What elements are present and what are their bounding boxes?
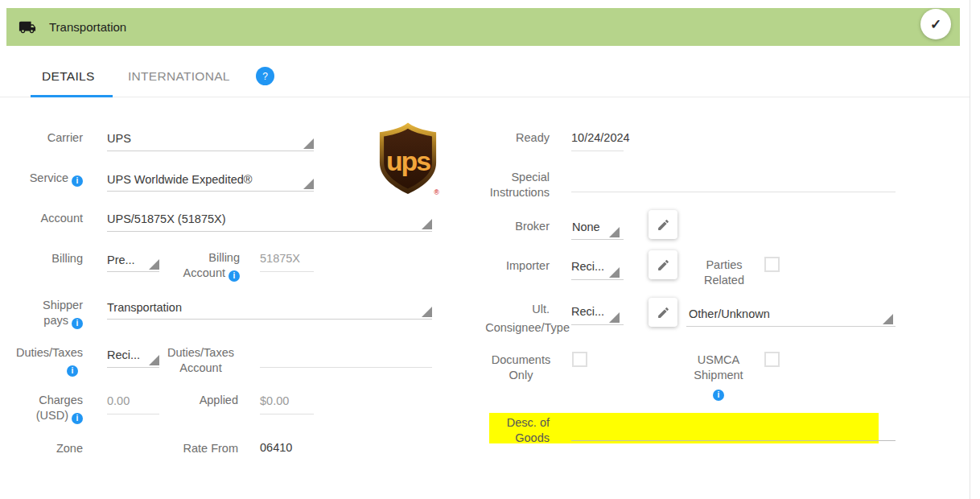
transportation-header-bar: Transportation	[6, 8, 960, 46]
usmca-info-icon[interactable]	[713, 390, 724, 401]
dropdown-arrow-icon	[609, 267, 620, 278]
shipper-pays-info-icon[interactable]	[72, 318, 83, 329]
parties-related-label: Parties Related	[690, 258, 758, 288]
zone-label: Zone	[0, 441, 83, 456]
rate-from-value: 06410	[260, 441, 292, 454]
importer-select[interactable]: Reci...	[571, 260, 604, 273]
confirm-check-button[interactable]: ✓	[920, 9, 951, 39]
consignee-type-select[interactable]: Other/Unknown	[689, 307, 770, 320]
importer-edit-button[interactable]	[649, 250, 677, 279]
documents-only-checkbox[interactable]	[572, 352, 587, 367]
ups-logo: ups ®	[377, 122, 439, 200]
billing-account-underline	[260, 271, 314, 272]
tab-details[interactable]: DETAILS	[42, 69, 95, 84]
shipper-pays-select[interactable]: Transportation	[107, 301, 182, 314]
ready-label: Ready	[467, 130, 550, 146]
ult-consignee-label-line1: Ult.	[467, 302, 550, 317]
duties-taxes-label: Duties/Taxes	[0, 345, 83, 377]
rate-from-label: Rate From	[155, 441, 238, 456]
pencil-icon	[657, 218, 670, 232]
usmca-shipment-checkbox[interactable]	[764, 352, 780, 367]
dropdown-arrow-icon	[422, 219, 432, 229]
page-title: Transportation	[49, 20, 126, 34]
dropdown-arrow-icon	[422, 307, 432, 317]
tabbar-divider	[0, 97, 970, 97]
charges-info-icon[interactable]	[72, 413, 83, 424]
parties-related-checkbox[interactable]	[764, 257, 780, 272]
dropdown-arrow-icon	[149, 259, 159, 270]
help-icon[interactable]: ?	[256, 67, 274, 85]
consignee-type-underline	[686, 326, 896, 327]
account-underline	[107, 231, 432, 232]
special-instructions-label: Special Instructions	[467, 170, 550, 200]
billing-select[interactable]: Pre...	[107, 254, 135, 266]
carrier-label: Carrier	[0, 130, 83, 146]
duties-taxes-account-underline	[260, 367, 432, 368]
carrier-select[interactable]: UPS	[107, 132, 131, 145]
service-label: Service	[0, 171, 83, 187]
ready-underline	[571, 151, 624, 151]
service-underline	[107, 191, 314, 192]
applied-label: Applied	[155, 393, 238, 408]
shipper-pays-label: Shipper pays	[0, 298, 83, 329]
billing-label: Billing	[0, 251, 83, 266]
pencil-icon	[657, 258, 670, 272]
billing-account-label: Billing Account	[169, 250, 240, 282]
importer-underline	[571, 279, 624, 280]
service-info-icon[interactable]	[72, 175, 83, 187]
dropdown-arrow-icon	[609, 312, 620, 323]
active-tab-indicator	[31, 95, 113, 97]
dropdown-arrow-icon	[303, 179, 314, 189]
broker-underline	[571, 239, 624, 240]
importer-label: Importer	[467, 258, 550, 274]
broker-label: Broker	[467, 219, 550, 234]
ult-consignee-underline	[571, 324, 624, 325]
tab-international[interactable]: INTERNATIONAL	[128, 69, 230, 84]
applied-underline	[260, 414, 314, 414]
billing-account-info-icon[interactable]	[229, 270, 240, 282]
billing-account-input[interactable]: 51875X	[260, 252, 300, 265]
ups-logo-text: ups	[386, 146, 430, 176]
usmca-shipment-label: USMCA Shipment	[682, 353, 755, 401]
desc-of-goods-label: Desc. of Goods	[467, 415, 550, 446]
charges-underline	[107, 414, 159, 414]
charges-label: Charges (USD)	[0, 393, 83, 424]
documents-only-label: Documents Only	[483, 353, 559, 383]
desc-of-goods-underline	[571, 440, 896, 441]
dropdown-arrow-icon	[149, 355, 159, 365]
dropdown-arrow-icon	[883, 314, 893, 324]
broker-select[interactable]: None	[572, 221, 600, 233]
account-label: Account	[0, 211, 83, 226]
shipper-pays-underline	[107, 319, 432, 320]
ups-registered-mark: ®	[434, 188, 440, 196]
duties-taxes-account-label: Duties/Taxes Account	[162, 345, 240, 376]
ult-consignee-label-line2: Consignee/Type	[467, 320, 570, 336]
applied-input[interactable]: $0.00	[260, 394, 289, 407]
carrier-underline	[107, 151, 314, 151]
page-right-border	[970, 0, 970, 499]
charges-input[interactable]: 0.00	[107, 394, 130, 407]
ult-consignee-select[interactable]: Reci...	[571, 305, 604, 318]
duties-taxes-underline	[107, 367, 159, 368]
truck-icon	[19, 19, 36, 36]
ult-consignee-edit-button[interactable]	[649, 298, 677, 327]
duties-taxes-info-icon[interactable]	[67, 365, 78, 377]
check-icon: ✓	[930, 16, 941, 33]
pencil-icon	[657, 306, 670, 320]
dropdown-arrow-icon	[303, 138, 314, 149]
duties-taxes-select[interactable]: Reci...	[107, 348, 140, 361]
dropdown-arrow-icon	[609, 227, 620, 237]
service-select[interactable]: UPS Worldwide Expedited®	[107, 173, 252, 186]
special-instructions-underline	[571, 192, 896, 192]
account-select[interactable]: UPS/51875X (51875X)	[107, 212, 226, 225]
ready-date-input[interactable]: 10/24/2024	[571, 131, 630, 144]
billing-underline	[107, 271, 159, 272]
broker-edit-button[interactable]	[649, 210, 677, 239]
